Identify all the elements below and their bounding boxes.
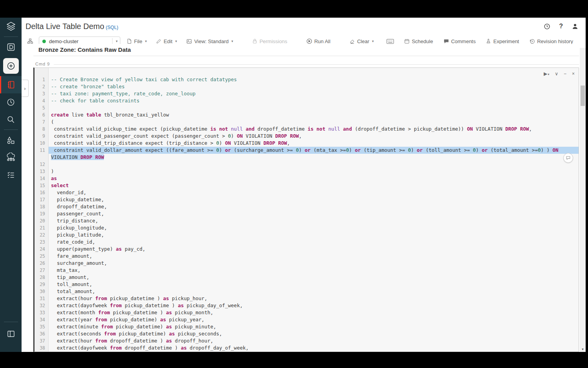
databricks-logo-icon[interactable] [0,18,22,35]
data-shapes-icon [6,136,15,145]
panel-toggle-icon [6,329,16,339]
collapse-cell-button[interactable]: ∨ [555,71,558,77]
sidebar-panel-toggle[interactable] [0,325,22,342]
code-line[interactable]: surcharge_amount, [49,260,579,267]
create-button[interactable] [3,58,19,74]
page-title: Delta Live Table Demo(SQL) [25,22,118,31]
profile-icon[interactable] [572,23,579,30]
line-number: 25 [34,253,48,260]
code-line[interactable]: constraint valid_trip_distance expect (t… [49,140,579,147]
code-line[interactable]: pickup_longitude, [49,224,579,231]
code-line[interactable]: extract(month from pickup_datetime ) as … [49,309,579,316]
line-number: 17 [34,196,48,203]
code-line[interactable]: extract(dayofweek from pickup_datetime )… [49,302,579,309]
code-line[interactable]: fare_amount, [49,253,579,260]
code-line[interactable]: upper(payment_type) as pay_cd, [49,246,579,253]
cmd-label-row: Cmd 9 [35,62,579,66]
sidebar-item-compute[interactable] [0,149,22,166]
markdown-cell[interactable]: Bronze Zone: Contains Raw Data [33,44,579,56]
code-line[interactable]: trip_distance, [49,217,579,224]
code-line[interactable]: pickup_datetime, [49,196,579,203]
run-cell-button[interactable]: ▶▾ [544,71,549,77]
code-line[interactable]: ( [49,118,579,126]
sidebar-item-workspace[interactable] [0,38,22,56]
code-line[interactable]: tip_amount, [49,274,579,281]
code-line[interactable]: create live table tbl_bronze_taxi_yellow [49,111,579,118]
code-line[interactable]: constraint valid_passenger_count expect … [49,133,579,140]
line-number: 2 [34,83,48,90]
minimize-cell-button[interactable]: − [564,71,566,77]
app-sidebar [0,18,22,352]
cluster-name: demo-cluster [49,38,112,44]
active-indicator [0,76,1,93]
code-line[interactable]: -- taxi zone: payment_type, rate_code, z… [49,90,579,97]
line-number: 26 [34,260,48,267]
code-line[interactable]: extract(hour from pickup_datetime ) as p… [49,295,579,302]
code-line[interactable]: extract(hour from dropoff_datetime ) as … [49,337,579,344]
code-line[interactable]: -- Create Bronze view of yellow taxi cab… [49,76,579,83]
vertical-scrollbar[interactable]: ▾ [580,48,586,352]
code-line[interactable]: constraint valid_pickup_time expect (pic… [49,126,579,133]
line-number: 5 [34,104,48,111]
cell-comment-button[interactable] [563,153,573,163]
code-line[interactable]: ) [49,168,579,175]
notebook-language: (SQL) [106,25,118,30]
chevron-down-icon: ▾ [231,39,233,43]
code-line[interactable]: as [49,175,579,182]
view-menu[interactable]: View: Standard▾ [186,38,233,44]
code-line[interactable]: vendor_id, [49,189,579,196]
permissions-menu[interactable]: Permissions [252,38,287,44]
shortcuts-button[interactable] [387,38,394,44]
code-line[interactable]: extract(seconds from pickup_datetime) as… [49,330,579,337]
code-line[interactable]: -- create "bronze" tables [49,83,579,90]
sidebar-item-recents[interactable] [0,93,22,111]
code-line[interactable]: select [49,182,579,189]
code-line[interactable]: extract(minute from pickup_datetime) as … [49,323,579,330]
comments-button[interactable]: Comments [443,38,476,44]
code-line[interactable]: passenger_count, [49,210,579,217]
help-icon[interactable]: ? [559,23,563,30]
history-icon [529,38,535,44]
expand-panel-tab[interactable]: › [22,80,29,97]
code-line[interactable]: pickup_latitude, [49,231,579,239]
recent-clock-icon[interactable] [544,23,550,30]
code-line[interactable]: extract(year from pickup_datetime) as pi… [49,316,579,323]
code-line[interactable] [49,161,579,168]
line-number: 8 [34,126,48,133]
experiment-button[interactable]: Experiment [486,38,519,44]
code-line[interactable]: mta_tax, [49,267,579,274]
edit-menu[interactable]: Edit▾ [156,38,177,44]
code-line[interactable]: total_amount, [49,288,579,295]
code-line[interactable]: VIOLATION DROP ROW [49,154,579,161]
clear-menu[interactable]: Clear▾ [349,38,374,44]
sidebar-item-data[interactable] [0,131,22,149]
cluster-tree-icon[interactable] [27,38,33,44]
code-editor[interactable]: 1234567891011121314151617181920212223242… [34,68,579,352]
revision-history-button[interactable]: Revision history [529,38,573,44]
line-number: 4 [34,97,48,104]
code-lines[interactable]: -- Create Bronze view of yellow taxi cab… [49,68,579,352]
comment-bubble-icon [566,155,571,160]
section-heading: Bronze Zone: Contains Raw Data [38,46,131,53]
sidebar-item-notebook-active[interactable] [0,76,22,93]
code-line[interactable]: rate_code_id, [49,239,579,246]
scrollbar-down-arrow[interactable]: ▾ [580,347,586,351]
cell-controls: ▶▾ ∨ − × [544,71,575,77]
code-line[interactable]: -- check for table constraints [49,97,579,104]
file-icon [127,38,132,44]
scrollbar-thumb[interactable] [581,86,585,106]
sidebar-item-search[interactable] [0,111,22,128]
sidebar-item-jobs[interactable] [0,166,22,183]
code-line[interactable]: dropoff_datetime, [49,203,579,210]
clock-icon [6,98,15,107]
close-cell-button[interactable]: × [572,71,575,77]
run-all-button[interactable]: Run All [306,38,330,44]
code-line[interactable]: toll_amount, [49,281,579,288]
code-line[interactable]: extract(dayofweek from dropoff_datetime … [49,344,579,352]
code-cell[interactable]: ▶▾ ∨ − × 1234567891011121314151617181920… [33,67,579,352]
file-menu[interactable]: File▾ [127,38,147,44]
code-line[interactable] [49,104,579,111]
notebook-titlebar: Delta Live Table Demo(SQL) ? [22,18,586,35]
code-line[interactable]: constraint valid_dollar_amount expect ((… [49,147,579,154]
schedule-button[interactable]: Schedule [404,38,433,44]
